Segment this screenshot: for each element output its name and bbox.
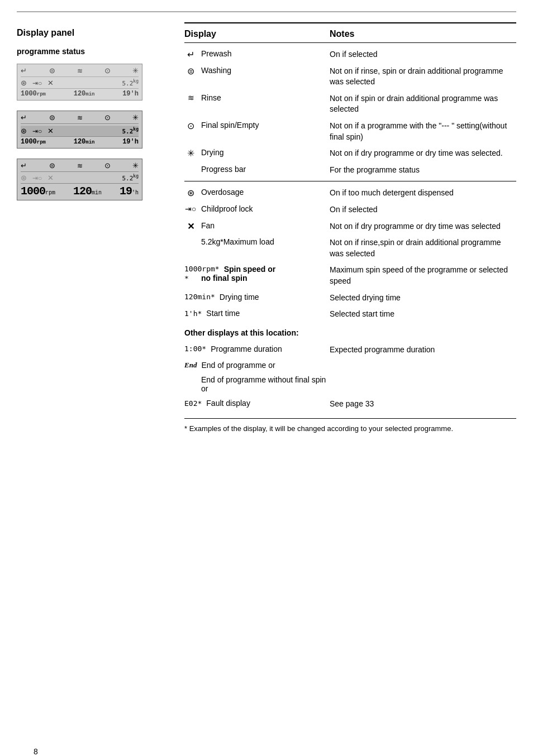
display-top-row-2: ↵ ⊜ ≋ ⊙ ✳	[21, 113, 139, 124]
min-big-3: 120min	[73, 185, 102, 198]
spin-icon-1: ⊙	[104, 66, 111, 75]
dry-icon-2: ✳	[132, 113, 139, 122]
overdose-icon-2: ⊛	[21, 127, 27, 135]
display-cell-drying: ✳ Drying	[184, 148, 330, 159]
other-displays-section: Other displays at this location: 1:00* P…	[184, 328, 516, 434]
end-label: End of programme or	[201, 361, 275, 370]
table-row: 1:00* Programme duration Expected progra…	[184, 342, 516, 358]
table-row: 5.2kg*Maximum load Not on if rinse,spin …	[184, 235, 516, 262]
notes-starttime: Selected start time	[330, 309, 516, 320]
programme-status-title: programme status	[17, 47, 173, 56]
washing-icon-3: ⊜	[49, 161, 55, 170]
min-2: 120min	[74, 138, 95, 146]
display-box-1: ↵ ⊜ ≋ ⊙ ✳ ⊛ ⇥○ ✕ 5.2kg 1000rpm 120min 19…	[17, 64, 142, 101]
display-cell-prewash: ↵ Prewash	[184, 49, 330, 60]
overdose-icon-3: ⊛	[21, 174, 27, 182]
starttime-label: Start time	[206, 309, 240, 318]
prewash-icon: ↵	[184, 49, 197, 60]
rpm-2: 1000rpm	[21, 138, 46, 146]
duration-label: Programme duration	[211, 344, 282, 353]
table-row: E02* Fault display See page 33	[184, 396, 516, 413]
table-row: 1'h* Start time Selected start time	[184, 306, 516, 323]
overdosage-label: Overdosage	[201, 188, 244, 197]
spin-icon-3: ⊙	[104, 161, 111, 170]
display-cell-starttime: 1'h* Start time	[184, 309, 330, 318]
childlock-icon-3: ⇥○	[32, 174, 42, 182]
display-bot-row-1: 1000rpm 120min 19'h	[21, 88, 139, 98]
page-number: 8	[34, 747, 38, 756]
rinse-icon-3: ≋	[77, 162, 82, 170]
table-row: End End of programme or	[184, 358, 516, 372]
display-cell-overdosage: ⊛ Overdosage	[184, 188, 330, 198]
childlock-label: Childproof lock	[201, 204, 253, 213]
table-row: ≋ Rinse Not on if spin or drain addition…	[184, 90, 516, 118]
display-top-row-1: ↵ ⊜ ≋ ⊙ ✳	[21, 66, 139, 77]
childlock-icon: ⇥○	[184, 204, 197, 213]
rpm-big-3: 1000rpm	[21, 185, 55, 198]
table-row: ✕ Fan Not on if dry programme or dry tim…	[184, 218, 516, 235]
rpm-1: 1000rpm	[21, 90, 46, 98]
end-nospin-label: End of programme without final spin or	[201, 375, 330, 393]
notes-fan: Not on if dry programme or dry time was …	[330, 221, 516, 232]
notes-duration: Expected programme duration	[330, 344, 516, 356]
table-row: ✳ Drying Not on if dry programme or dry …	[184, 145, 516, 162]
display-bot-row-3: 1000rpm 120min 19'h	[21, 183, 139, 198]
display-cell-fault: E02* Fault display	[184, 399, 330, 408]
notes-prewash: On if selected	[330, 49, 516, 60]
h-big-3: 19'h	[120, 185, 139, 198]
display-cell-end: End End of programme or	[184, 361, 330, 370]
display-cell-washing: ⊜ Washing	[184, 66, 330, 76]
display-bot-row-2: 1000rpm 120min 19'h	[21, 136, 139, 146]
drying-icon: ✳	[184, 148, 197, 159]
spinspeed-label-2: no final spin	[201, 274, 247, 283]
table-row: ⇥○ Childproof lock On if selected	[184, 202, 516, 218]
table-row: End of programme without final spin or	[184, 372, 516, 396]
table-header: Display Notes	[184, 29, 516, 43]
dryingtime-label: Drying time	[220, 293, 259, 302]
display-cell-rinse: ≋ Rinse	[184, 93, 330, 102]
display-cell-dryingtime: 120min* Drying time	[184, 293, 330, 302]
spinspeed-star: *	[184, 274, 197, 283]
drying-label: Drying	[201, 148, 223, 157]
notes-washing: Not on if rinse, spin or drain additiona…	[330, 66, 516, 88]
display-mid-row-1: ⊛ ⇥○ ✕ 5.2kg	[21, 79, 139, 88]
table-row: 1000rpm* Spin speed or * no final spin M…	[184, 262, 516, 289]
rinse-icon-2: ≋	[77, 114, 82, 122]
h-2: 19'h	[122, 138, 139, 146]
left-panel: Display panel programme status ↵ ⊜ ≋ ⊙ ✳…	[17, 22, 173, 434]
table-row: ⊜ Washing Not on if rinse, spin or drain…	[184, 63, 516, 90]
display-cell-finalspin: ⊙ Final spin/Empty	[184, 121, 330, 131]
notes-dryingtime: Selected drying time	[330, 293, 516, 304]
table-row: ⊛ Overdosage On if too much detergent di…	[184, 185, 516, 202]
kg-display-1: 5.2kg	[122, 79, 139, 87]
washing-icon-2: ⊜	[49, 113, 55, 122]
table-row: Progress bar For the programme status	[184, 162, 516, 182]
washing-icon-1: ⊜	[49, 66, 55, 75]
fan-icon-3: ✕	[47, 174, 54, 182]
finalspin-icon: ⊙	[184, 121, 197, 131]
overdosage-icon: ⊛	[184, 188, 197, 198]
footer-text: * Examples of the display, it will be ch…	[184, 424, 453, 433]
display-panel-title: Display panel	[17, 28, 173, 38]
display-box-3: ↵ ⊜ ≋ ⊙ ✳ ⊛ ⇥○ ✕ 5.2kg 1000rpm 120min 19…	[17, 159, 142, 200]
display-mid-row-3: ⊛ ⇥○ ✕ 5.2kg	[21, 174, 139, 183]
notes-overdosage: On if too much detergent dispensed	[330, 188, 516, 199]
spinspeed-label-1: Spin speed or	[224, 265, 276, 274]
duration-value: 1:00*	[184, 344, 206, 353]
display-cell-fan: ✕ Fan	[184, 221, 330, 232]
dryingtime-value: 120min*	[184, 293, 215, 301]
spinspeed-value: 1000rpm*	[184, 265, 220, 273]
kg-display-2: 5.2kg	[122, 127, 139, 135]
progressbar-label: Progress bar	[201, 165, 246, 174]
notes-fault: See page 33	[330, 399, 516, 410]
h-1: 19'h	[122, 90, 139, 98]
table-row: ⊙ Final spin/Empty Not on if a programme…	[184, 118, 516, 145]
maxload-label: 5.2kg*Maximum load	[201, 237, 274, 246]
fan-icon-1: ✕	[47, 79, 54, 87]
prewash-icon-2: ↵	[21, 113, 27, 122]
starttime-value: 1'h*	[184, 309, 202, 318]
prewash-icon-1: ↵	[21, 66, 27, 75]
header-notes: Notes	[330, 29, 516, 39]
display-cell-maxload: 5.2kg*Maximum load	[184, 237, 330, 246]
prewash-label: Prewash	[201, 49, 231, 58]
